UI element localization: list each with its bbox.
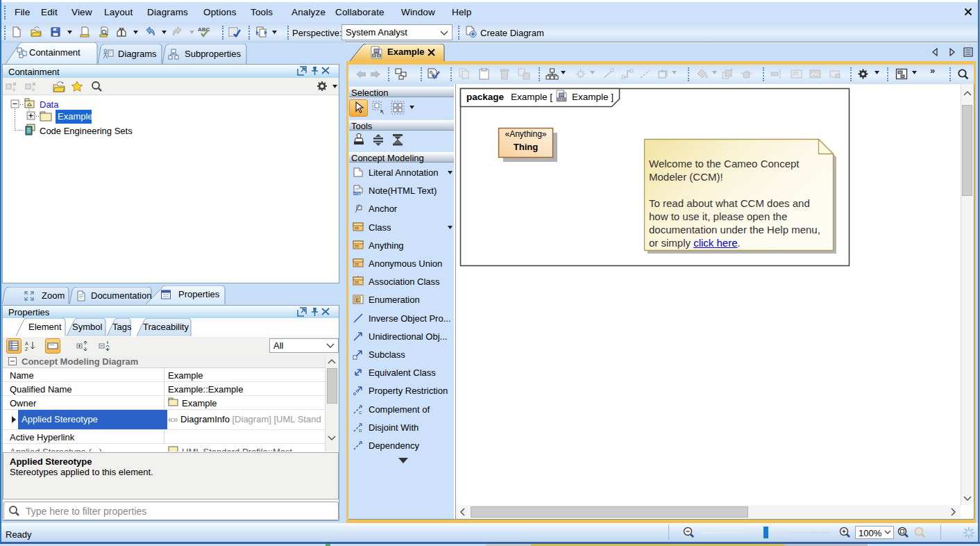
svg-text:E: E	[356, 297, 360, 303]
svg-text:Z: Z	[25, 347, 28, 351]
svg-text:A: A	[25, 341, 28, 346]
svg-text:D: D	[359, 429, 362, 433]
svg-text:HTML: HTML	[354, 192, 363, 196]
svg-text:C: C	[359, 411, 362, 415]
svg-text:ABC: ABC	[198, 26, 210, 33]
